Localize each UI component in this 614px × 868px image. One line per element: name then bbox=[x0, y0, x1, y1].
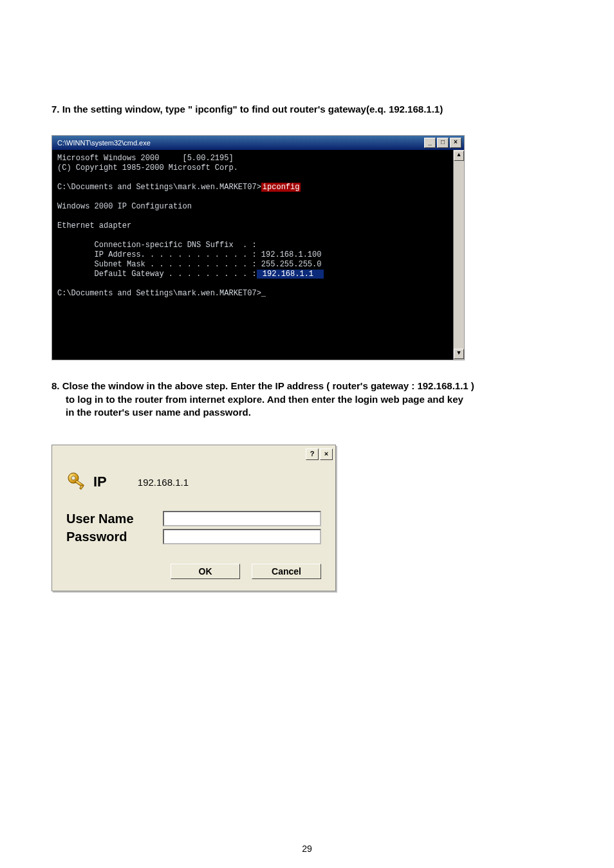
dialog-titlebar: ? × bbox=[52, 445, 335, 462]
dialog-body: IP 192.168.1.1 User Name Password bbox=[52, 462, 335, 552]
ip-label: IP bbox=[93, 474, 107, 490]
step-8-line2: to log in to the router from internet ex… bbox=[66, 393, 563, 406]
step-8-text: 8. Close the window in the above step. E… bbox=[51, 380, 563, 419]
scroll-down-icon[interactable]: ▼ bbox=[454, 349, 464, 359]
password-input[interactable] bbox=[163, 529, 321, 544]
step-8-line1: 8. Close the window in the above step. E… bbox=[51, 380, 474, 391]
cmd-line: Ethernet adapter bbox=[57, 221, 131, 230]
password-row: Password bbox=[66, 529, 321, 544]
cmd-window-controls: _ □ × bbox=[424, 138, 461, 148]
scrollbar[interactable]: ▲ ▼ bbox=[453, 150, 464, 360]
ok-button[interactable]: OK bbox=[171, 564, 240, 579]
scroll-up-icon[interactable]: ▲ bbox=[454, 151, 464, 161]
username-label: User Name bbox=[66, 512, 163, 526]
cancel-button[interactable]: Cancel bbox=[252, 564, 321, 579]
minimize-button[interactable]: _ bbox=[424, 138, 436, 148]
cmd-prompt: C:\Documents and Settings\mark.wen.MARKE… bbox=[57, 183, 261, 192]
page-number: 29 bbox=[0, 844, 614, 854]
cmd-line: Subnet Mask . . . . . . . . . . . : 255.… bbox=[57, 260, 321, 269]
cmd-line: IP Address. . . . . . . . . . . . : 192.… bbox=[57, 250, 321, 259]
cmd-line: Windows 2000 IP Configuration bbox=[57, 202, 192, 211]
help-button[interactable]: ? bbox=[306, 448, 319, 460]
username-row: User Name bbox=[66, 511, 321, 526]
cmd-line: Connection-specific DNS Suffix . : bbox=[57, 241, 257, 250]
password-label: Password bbox=[66, 530, 163, 544]
cmd-line: (C) Copyright 1985-2000 Microsoft Corp. bbox=[57, 163, 238, 172]
close-button[interactable]: × bbox=[320, 448, 333, 460]
step-8-line3: in the router's user name and password. bbox=[66, 406, 563, 419]
username-input[interactable] bbox=[163, 511, 321, 526]
ip-address-value: 192.168.1.1 bbox=[138, 477, 189, 488]
maximize-button[interactable]: □ bbox=[437, 138, 449, 148]
login-dialog: ? × bbox=[51, 445, 336, 591]
cmd-titlebar: C:\WINNT\system32\cmd.exe _ □ × bbox=[52, 136, 464, 150]
cmd-line: [5.00.2195] bbox=[182, 154, 233, 163]
cmd-gateway-highlight: 192.168.1.1 bbox=[257, 270, 324, 279]
dialog-buttons: OK Cancel bbox=[52, 552, 335, 582]
cmd-line: Default Gateway . . . . . . . . . : bbox=[57, 270, 257, 279]
cmd-window: C:\WINNT\system32\cmd.exe _ □ × Microsof… bbox=[51, 135, 465, 360]
cmd-prompt: C:\Documents and Settings\mark.wen.MARKE… bbox=[57, 289, 261, 298]
cmd-body: Microsoft Windows 2000 [5.00.2195] (C) C… bbox=[52, 150, 464, 360]
cmd-ipconfig-highlight: ipconfig bbox=[261, 183, 301, 192]
close-button[interactable]: × bbox=[450, 138, 461, 148]
cmd-line: Microsoft Windows 2000 bbox=[57, 154, 159, 163]
cmd-cursor: _ bbox=[261, 289, 266, 298]
cmd-title: C:\WINNT\system32\cmd.exe bbox=[55, 139, 151, 147]
step-7-text: 7. In the setting window, type " ipconfi… bbox=[51, 103, 563, 116]
svg-point-1 bbox=[71, 476, 75, 480]
key-icon bbox=[66, 471, 88, 493]
ip-row: IP 192.168.1.1 bbox=[66, 471, 321, 493]
